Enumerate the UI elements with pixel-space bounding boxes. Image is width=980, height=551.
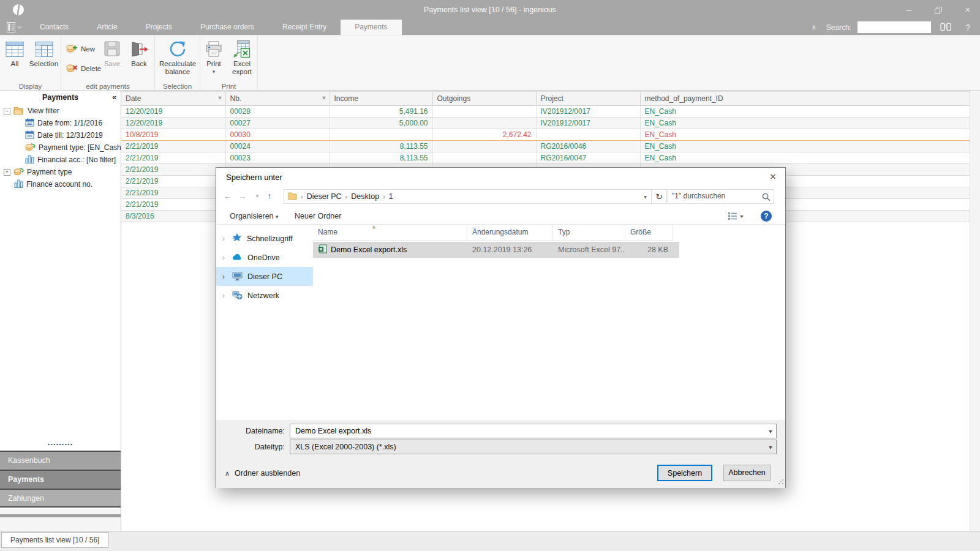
chevron-right-icon[interactable]: › — [222, 272, 225, 281]
dialog-search-box — [668, 189, 774, 204]
column-header-method-of-payment[interactable]: method_of_payment_ID — [640, 92, 970, 105]
print-dropdown-icon[interactable]: ▾ — [202, 68, 226, 76]
finance-account-icon — [14, 179, 23, 190]
tree-item-label: Date till: 12/31/2019 — [37, 131, 103, 140]
tab-receipt-entry[interactable]: Receipt Entry — [268, 20, 341, 35]
tree-item-payment-type-filter[interactable]: Payment type: [EN_Cash] — [0, 141, 121, 154]
tree-item-view-filter[interactable]: − View filter — [0, 105, 121, 117]
new-folder-button[interactable]: Neuer Ordner — [295, 208, 341, 224]
excel-export-button[interactable]: Excel export — [227, 38, 257, 76]
search-icon[interactable] — [762, 193, 771, 203]
chevron-down-icon[interactable]: ▾ — [765, 428, 776, 435]
tab-projects[interactable]: Projects — [132, 20, 186, 35]
print-button-label: Print — [206, 60, 221, 67]
all-button[interactable]: All — [2, 38, 28, 68]
nav-item-onedrive[interactable]: › OneDrive — [216, 248, 313, 267]
new-button[interactable]: New — [66, 43, 95, 54]
tree-item-date-from[interactable]: Date from: 1/1/2016 — [0, 117, 121, 129]
panel-splitter-handle[interactable]: ......... — [0, 440, 121, 446]
column-header-nb[interactable]: Nb.▼ — [225, 92, 330, 105]
vertical-scrollbar[interactable] — [970, 91, 980, 531]
selection-button[interactable]: Selection — [28, 38, 60, 68]
onedrive-icon — [232, 253, 243, 263]
hide-folders-button[interactable]: ∧ Ordner ausblenden — [225, 466, 300, 481]
file-column-type[interactable]: Typ — [553, 225, 625, 241]
column-header-income[interactable]: Income — [330, 92, 432, 105]
save-button[interactable]: Save — [100, 38, 124, 68]
filter-dropdown-icon[interactable]: ▼ — [217, 95, 223, 101]
close-icon[interactable]: × — [956, 0, 980, 20]
chevron-right-icon[interactable]: › — [222, 234, 225, 243]
search-input[interactable] — [858, 21, 931, 33]
resize-grip[interactable] — [778, 478, 784, 487]
nav-item-network[interactable]: › Netzwerk — [216, 286, 313, 305]
save-button[interactable]: Speichern — [657, 465, 712, 481]
tab-payments[interactable]: Payments — [341, 20, 401, 35]
print-button[interactable]: Print ▾ — [202, 38, 226, 76]
recalculate-balance-button[interactable]: Recalculate balance — [156, 38, 200, 76]
back-arrow-icon[interactable]: ← — [221, 189, 235, 204]
tree-item-financial-acc-filter[interactable]: Financial acc.: [No filter] — [0, 154, 121, 166]
filetype-select[interactable]: XLS (Excel 2000-2003) (*.xls) ▾ — [290, 440, 777, 454]
breadcrumb-desktop[interactable]: Desktop — [347, 192, 383, 201]
file-row-selected[interactable]: Demo Excel export.xls 20.12.2019 13:26 M… — [313, 242, 679, 258]
tree-item-finance-account-no[interactable]: Finance account no. — [0, 178, 121, 190]
chevron-right-icon[interactable]: › — [222, 291, 225, 300]
table-row-focused[interactable]: 10/8/2019000302,672.42EN_Cash — [121, 129, 970, 140]
close-icon[interactable]: × — [761, 168, 785, 186]
view-list-icon[interactable] — [728, 212, 745, 222]
binoculars-icon[interactable] — [937, 21, 954, 34]
chevron-down-icon[interactable]: ▾ — [644, 193, 651, 200]
recalculate-icon — [156, 38, 200, 60]
up-arrow-icon[interactable]: ↑ — [263, 189, 276, 204]
help-icon[interactable]: ? — [761, 211, 772, 222]
nav-item-this-pc[interactable]: › Dieser PC — [216, 267, 313, 286]
filter-dropdown-icon[interactable]: ▼ — [322, 95, 327, 101]
chevrons-left-icon[interactable]: « — [112, 91, 116, 104]
filename-label: Dateiname: — [216, 424, 285, 438]
recent-locations-icon[interactable]: ▾ — [251, 189, 264, 204]
tree-item-date-till[interactable]: Date till: 12/31/2019 — [0, 129, 121, 141]
forward-arrow-icon[interactable]: → — [236, 189, 249, 204]
breadcrumb-dieser-pc[interactable]: Dieser PC — [303, 192, 345, 201]
status-view-tab[interactable]: Payments list view [10 / 56] — [1, 532, 108, 548]
collapse-ribbon-icon[interactable]: ∧ — [808, 23, 820, 31]
column-header-date[interactable]: Date▼ — [121, 92, 225, 105]
minimize-icon[interactable]: – — [897, 0, 921, 20]
sidebar-item-payments[interactable]: Payments — [0, 470, 121, 489]
dialog-search-input[interactable] — [668, 190, 758, 202]
table-row[interactable]: 12/20/2019000275,000.00IV201912/0017EN_C… — [121, 117, 970, 129]
file-column-modified[interactable]: Änderungsdatum — [467, 225, 553, 241]
filename-input[interactable] — [290, 425, 765, 437]
tab-purchase-orders[interactable]: Purchase orders — [186, 20, 268, 35]
refresh-icon[interactable]: ↻ — [651, 189, 667, 204]
table-row[interactable]: 2/21/2019000238,113.55RG2016/0047EN_Cash — [121, 152, 970, 163]
cancel-button[interactable]: Abbrechen — [723, 465, 771, 481]
column-header-outgoings[interactable]: Outgoings — [432, 92, 536, 105]
tab-article[interactable]: Article — [83, 20, 131, 35]
nav-item-quick-access[interactable]: › Schnellzugriff — [216, 229, 313, 248]
collapse-box-icon[interactable]: − — [4, 108, 10, 114]
breadcrumb-folder-1[interactable]: 1 — [385, 192, 397, 201]
main-menu-icon[interactable] — [6, 21, 22, 35]
tree-item-payment-type[interactable]: + Payment type — [0, 166, 121, 178]
ribbon-group-print: Print ▾ Excel export Print — [200, 36, 258, 91]
expand-box-icon[interactable]: + — [4, 169, 10, 176]
tab-contacts[interactable]: Contacts — [26, 20, 83, 35]
help-icon[interactable]: ? — [960, 23, 975, 32]
file-column-size[interactable]: Größe — [625, 225, 673, 241]
table-row[interactable]: 12/20/2019000285,491.16IV201912/0017EN_C… — [121, 105, 970, 117]
chevron-right-icon[interactable]: › — [222, 253, 225, 262]
back-button[interactable]: Back — [126, 38, 152, 68]
save-as-dialog: Speichern unter × ← → ▾ ↑ › Dieser PC › … — [216, 167, 786, 488]
sidebar-item-kassenbuch[interactable]: Kassenbuch — [0, 451, 121, 470]
organize-menu[interactable]: Organisieren ▾ — [230, 208, 279, 225]
sidebar-item-zahlungen[interactable]: Zahlungen — [0, 489, 121, 508]
file-column-name[interactable]: ∧ Name — [313, 225, 467, 241]
table-row[interactable]: 2/21/2019000248,113.55RG2016/0046EN_Cash — [121, 140, 970, 152]
restore-icon[interactable] — [926, 0, 951, 20]
column-header-project[interactable]: Project — [536, 92, 640, 105]
delete-button[interactable]: Delete — [66, 62, 101, 74]
address-box[interactable]: › Dieser PC › Desktop › 1 ▾ — [284, 189, 652, 204]
network-icon — [232, 290, 243, 301]
